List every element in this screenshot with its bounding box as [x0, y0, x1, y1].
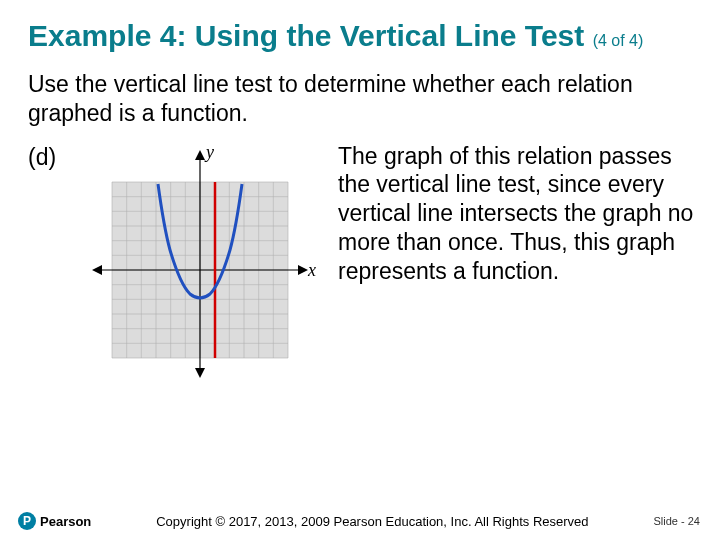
graph-svg: y x — [80, 142, 320, 382]
prompt-text: Use the vertical line test to determine … — [0, 60, 720, 134]
slide-number: Slide - 24 — [654, 515, 700, 527]
explanation-text: The graph of this relation passes the ve… — [332, 142, 696, 382]
slide-title: Example 4: Using the Vertical Line Test … — [28, 18, 692, 54]
copyright-text: Copyright © 2017, 2013, 2009 Pearson Edu… — [91, 514, 653, 529]
y-axis-arrow-up — [195, 150, 205, 160]
y-axis-arrow-down — [195, 368, 205, 378]
y-axis-label: y — [204, 142, 214, 162]
graph-figure: y x — [80, 142, 320, 382]
title-subtitle: (4 of 4) — [593, 32, 644, 49]
slide-footer: P Pearson Copyright © 2017, 2013, 2009 P… — [0, 512, 720, 530]
pearson-logo-icon: P — [18, 512, 36, 530]
title-main: Example 4: Using the Vertical Line Test — [28, 19, 584, 52]
x-axis-arrow-left — [92, 265, 102, 275]
pearson-logo-text: Pearson — [40, 514, 91, 529]
pearson-logo: P Pearson — [18, 512, 91, 530]
part-label: (d) — [28, 142, 68, 382]
x-axis-label: x — [307, 260, 316, 280]
content-row: (d) — [0, 134, 720, 382]
x-axis-arrow-right — [298, 265, 308, 275]
slide-title-block: Example 4: Using the Vertical Line Test … — [0, 0, 720, 60]
